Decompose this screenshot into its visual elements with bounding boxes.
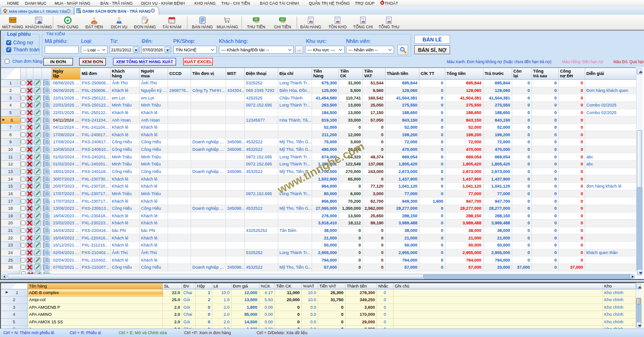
svg-text:$: $	[79, 10, 81, 14]
